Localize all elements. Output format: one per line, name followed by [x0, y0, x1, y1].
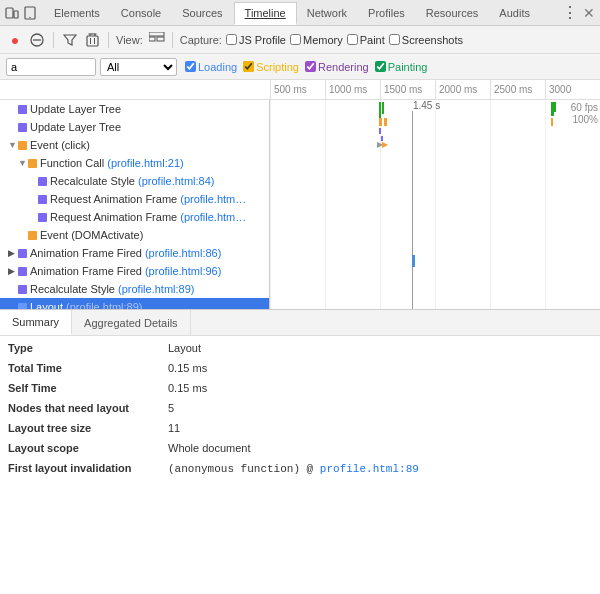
- tab-network[interactable]: Network: [297, 0, 358, 25]
- vgrid-line: [435, 100, 436, 309]
- detail-scope-value: Whole document: [168, 442, 251, 454]
- graph-panel[interactable]: 60 fps 100% ▶ ▶ 1.45 s: [270, 100, 600, 309]
- tab-sources[interactable]: Sources: [172, 0, 233, 25]
- tab-resources[interactable]: Resources: [416, 0, 490, 25]
- tree-item-4[interactable]: ▼ Function Call (profile.html:21): [0, 154, 269, 172]
- painting-filter-checkbox[interactable]: Painting: [375, 61, 428, 73]
- tree-item-11[interactable]: Recalculate Style (profile.html:89): [0, 280, 269, 298]
- tl-bar-orange1: [379, 118, 382, 126]
- details-panel: Summary Aggregated Details Type Layout T…: [0, 310, 600, 594]
- screenshots-checkbox[interactable]: Screenshots: [389, 34, 463, 46]
- js-profile-checkbox[interactable]: JS Profile: [226, 34, 286, 46]
- tree-item-1[interactable]: Update Layer Tree: [0, 100, 269, 118]
- separator: [53, 32, 54, 48]
- invalidation-prefix: (anonymous function) @: [168, 463, 320, 475]
- loading-filter-checkbox[interactable]: Loading: [185, 61, 237, 73]
- view-label: View:: [116, 34, 143, 46]
- tl-bar-green4: [554, 102, 556, 112]
- detail-nodes-label: Nodes that need layout: [8, 402, 168, 414]
- paint-checkbox[interactable]: Paint: [347, 34, 385, 46]
- detail-type-label: Type: [8, 342, 168, 354]
- top-nav-bar: Elements Console Sources Timeline Networ…: [0, 0, 600, 26]
- filter-bar: All Loading Scripting Rendering Painting…: [0, 54, 600, 80]
- dot-purple: [18, 267, 27, 276]
- detail-selftime-value: 0.15 ms: [168, 382, 207, 394]
- filter-type-select[interactable]: All Loading Scripting Rendering Painting: [100, 58, 177, 76]
- details-tabs: Summary Aggregated Details: [0, 310, 600, 336]
- dot-orange: [28, 159, 37, 168]
- device-toolbar-icon[interactable]: [4, 5, 20, 21]
- close-devtools-button[interactable]: ✕: [582, 6, 596, 20]
- detail-treesize-row: Layout tree size 11: [0, 420, 600, 440]
- separator3: [172, 32, 173, 48]
- detail-treesize-label: Layout tree size: [8, 422, 168, 434]
- tab-elements[interactable]: Elements: [44, 0, 111, 25]
- tl-bar-green1: [379, 102, 381, 118]
- dot-purple: [38, 195, 47, 204]
- svg-rect-15: [157, 37, 164, 41]
- rendering-filter-checkbox[interactable]: Rendering: [305, 61, 369, 73]
- capture-label: Capture:: [180, 34, 222, 46]
- detail-nodes-value: 5: [168, 402, 174, 414]
- tree-panel: Update Layer Tree Update Layer Tree ▼ Ev…: [0, 100, 270, 309]
- ruler-mark-500: 500 ms: [270, 80, 325, 100]
- record-button[interactable]: ●: [6, 31, 24, 49]
- tl-bar-purple1: [379, 128, 381, 134]
- svg-rect-0: [6, 8, 13, 18]
- detail-treesize-value: 11: [168, 422, 180, 434]
- toolbar: ● View: Capture: JS Profile Memory Paint…: [0, 26, 600, 54]
- dot-purple: [18, 105, 27, 114]
- scripting-filter-checkbox[interactable]: Scripting: [243, 61, 299, 73]
- dot-orange: [18, 141, 27, 150]
- filter-input[interactable]: [6, 58, 96, 76]
- tab-profiles[interactable]: Profiles: [358, 0, 416, 25]
- fps-label: 60 fps: [571, 102, 598, 113]
- tree-item-3[interactable]: ▼ Event (click): [0, 136, 269, 154]
- vgrid-line: [545, 100, 546, 309]
- tl-bar-green2: [382, 102, 384, 114]
- dot-orange: [28, 231, 37, 240]
- memory-checkbox[interactable]: Memory: [290, 34, 343, 46]
- details-tab-aggregated[interactable]: Aggregated Details: [72, 310, 191, 335]
- detail-invalidation-label: First layout invalidation: [8, 462, 168, 474]
- tl-bar-orange2: [384, 118, 387, 126]
- dot-purple: [18, 285, 27, 294]
- trash-button[interactable]: [83, 31, 101, 49]
- mobile-icon[interactable]: [22, 5, 38, 21]
- timeline-marker-label: 1.45 s: [412, 100, 441, 111]
- nav-tabs: Elements Console Sources Timeline Networ…: [44, 0, 562, 25]
- view-mode-icon[interactable]: [149, 32, 165, 48]
- filter-button[interactable]: [61, 31, 79, 49]
- timeline-ruler: 500 ms 1000 ms 1500 ms 2000 ms 2500 ms 3…: [0, 80, 600, 100]
- dot-purple: [18, 249, 27, 258]
- invalidation-link[interactable]: profile.html:89: [320, 463, 419, 475]
- tree-item-12[interactable]: Layout (profile.html:89): [0, 298, 269, 309]
- tree-item-7[interactable]: Request Animation Frame (profile.htm…: [0, 208, 269, 226]
- dot-purple: [38, 177, 47, 186]
- tab-console[interactable]: Console: [111, 0, 172, 25]
- filter-checkboxes: Loading Scripting Rendering Painting: [185, 61, 427, 73]
- tree-item-10[interactable]: ▶ Animation Frame Fired (profile.html:96…: [0, 262, 269, 280]
- dot-purple: [38, 213, 47, 222]
- tree-item-9[interactable]: ▶ Animation Frame Fired (profile.html:86…: [0, 244, 269, 262]
- pct-label: 100%: [572, 114, 598, 125]
- ruler-mark-1500: 1500 ms: [380, 80, 435, 100]
- stop-button[interactable]: [28, 31, 46, 49]
- detail-totaltime-row: Total Time 0.15 ms: [0, 360, 600, 380]
- timeline-marker-line[interactable]: [412, 100, 413, 309]
- tab-audits[interactable]: Audits: [489, 0, 541, 25]
- tree-item-5[interactable]: Recalculate Style (profile.html:84): [0, 172, 269, 190]
- detail-selftime-row: Self Time 0.15 ms: [0, 380, 600, 400]
- vgrid-line: [490, 100, 491, 309]
- details-tab-summary[interactable]: Summary: [0, 310, 72, 335]
- tree-item-8[interactable]: Event (DOMActivate): [0, 226, 269, 244]
- tree-item-2[interactable]: Update Layer Tree: [0, 118, 269, 136]
- tab-timeline[interactable]: Timeline: [234, 2, 297, 25]
- detail-nodes-row: Nodes that need layout 5: [0, 400, 600, 420]
- svg-point-3: [29, 16, 30, 17]
- tree-item-6[interactable]: Request Animation Frame (profile.htm…: [0, 190, 269, 208]
- dot-selected: [18, 303, 27, 310]
- detail-totaltime-value: 0.15 ms: [168, 362, 207, 374]
- overflow-menu-icon[interactable]: ⋮: [562, 5, 578, 21]
- svg-marker-6: [64, 35, 76, 45]
